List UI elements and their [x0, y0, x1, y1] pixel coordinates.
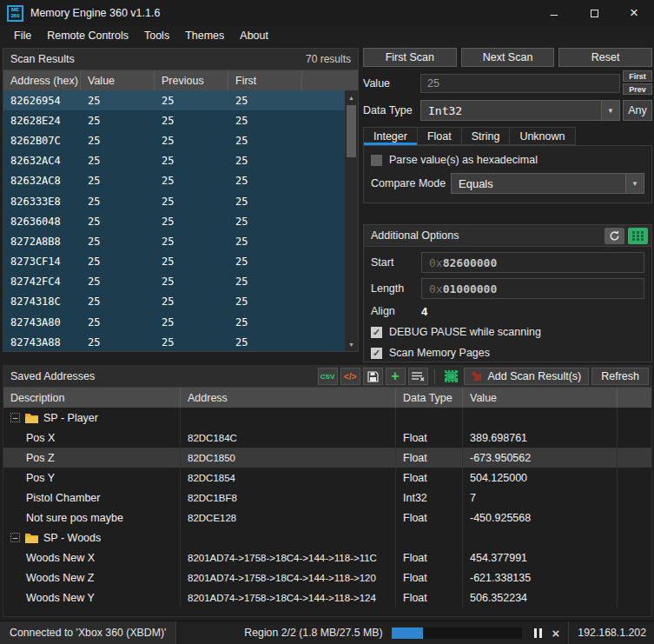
- scan-cell-address: 8273CF14: [3, 256, 81, 268]
- parse-hex-checkbox[interactable]: [371, 155, 382, 166]
- saved-entry-row[interactable]: Not sure pos maybe82DCE128Float-450.9255…: [3, 508, 651, 528]
- scan-cell-previous: 25: [155, 115, 228, 127]
- scan-result-row[interactable]: 82632AC4252525: [3, 151, 358, 171]
- value-label: Value: [363, 77, 420, 90]
- column-header-previous[interactable]: Previous: [155, 70, 228, 90]
- plus-icon: +: [391, 369, 399, 383]
- column-header-data-type[interactable]: Data Type: [396, 388, 463, 408]
- app-icon-text-bottom: 360: [10, 13, 19, 19]
- start-hex-prefix: 0x: [429, 256, 443, 269]
- column-header-address[interactable]: Address: [181, 388, 396, 408]
- start-input[interactable]: 0x82600000: [421, 252, 644, 273]
- value-input[interactable]: 25: [420, 74, 620, 93]
- tab-string[interactable]: String: [462, 127, 511, 145]
- menu-about[interactable]: About: [232, 30, 276, 42]
- column-header-first[interactable]: First: [228, 70, 302, 90]
- scan-result-row[interactable]: 82743A80252525: [3, 312, 358, 332]
- empty-cell: [618, 568, 651, 588]
- column-header-value[interactable]: Value: [463, 388, 618, 408]
- saved-entry-row[interactable]: Woods New Y8201AD74->1758->18C4->144->11…: [3, 588, 651, 607]
- prev-preset-button[interactable]: Prev: [623, 83, 652, 95]
- column-header-address[interactable]: Address (hex): [3, 70, 81, 90]
- collapse-expander-icon[interactable]: –: [10, 413, 20, 422]
- menu-bar: File Remote Controls Tools Themes About: [0, 26, 654, 45]
- saved-entry-row[interactable]: Pos X82DC184CFloat389.698761: [3, 428, 651, 448]
- debug-pause-checkbox[interactable]: ✓: [371, 327, 382, 338]
- scan-result-row[interactable]: 8273CF14252525: [3, 252, 358, 272]
- tab-float[interactable]: Float: [418, 127, 462, 145]
- scrollbar-thumb[interactable]: [347, 105, 356, 157]
- menu-themes[interactable]: Themes: [177, 30, 232, 42]
- scan-result-row[interactable]: 82742FC4252525: [3, 272, 358, 292]
- close-button[interactable]: ×: [614, 0, 654, 26]
- tab-unknown[interactable]: Unknown: [510, 127, 575, 145]
- first-scan-button[interactable]: First Scan: [363, 48, 457, 67]
- saved-entry-row[interactable]: Woods New Z8201AD74->1758->18C4->144->11…: [3, 568, 651, 588]
- scan-result-row[interactable]: 82628E24252525: [3, 110, 358, 130]
- saved-entry-row[interactable]: Pistol Chamber82DC1BF8Int327: [3, 488, 651, 508]
- reset-button[interactable]: Reset: [558, 48, 652, 67]
- column-header-description[interactable]: Description: [3, 388, 181, 408]
- memory-regions-button[interactable]: [628, 228, 648, 244]
- memory-chip-button[interactable]: [441, 368, 461, 385]
- scan-cell-previous: 25: [155, 216, 228, 228]
- scan-memory-pages-checkbox[interactable]: ✓: [371, 348, 382, 359]
- scan-results-scrollbar[interactable]: ▲ ▼: [345, 90, 358, 351]
- empty-cell: [618, 428, 651, 448]
- start-label: Start: [371, 256, 421, 269]
- scan-result-row[interactable]: 82636048252525: [3, 211, 358, 231]
- save-button[interactable]: [363, 368, 383, 385]
- saved-entry-row[interactable]: Pos Z82DC1850Float-673.950562: [3, 448, 651, 468]
- pause-button[interactable]: [532, 627, 544, 640]
- minimize-button[interactable]: –: [534, 0, 574, 26]
- csv-icon: CSV: [320, 373, 334, 381]
- tab-integer[interactable]: Integer: [363, 127, 418, 145]
- collapse-expander-icon[interactable]: –: [10, 533, 20, 542]
- length-input[interactable]: 0x01000000: [421, 278, 644, 299]
- data-type-cell: Float: [396, 588, 463, 607]
- saved-entry-row[interactable]: Pos Y82DC1854Float504.125000: [3, 468, 651, 488]
- value-cell: 504.125000: [463, 468, 618, 488]
- scrollbar-up-icon[interactable]: ▲: [345, 91, 358, 103]
- any-preset-button[interactable]: Any: [623, 100, 652, 121]
- pause-icon: [534, 628, 537, 638]
- refresh-range-button[interactable]: [604, 228, 624, 244]
- window-title: Memory Engine 360 v1.1.6: [30, 7, 160, 19]
- first-preset-button[interactable]: First: [623, 70, 652, 82]
- menu-file[interactable]: File: [6, 30, 39, 42]
- add-scan-results-button[interactable]: Add Scan Result(s): [464, 368, 590, 385]
- scan-result-row[interactable]: 82626954252525: [3, 90, 358, 110]
- scan-cell-first: 25: [228, 236, 302, 248]
- scan-result-row[interactable]: 8262B07C252525: [3, 130, 358, 150]
- export-csv-button[interactable]: CSV: [318, 368, 338, 385]
- refresh-button[interactable]: Refresh: [591, 368, 649, 385]
- scan-result-row[interactable]: 82743A88252525: [3, 332, 358, 351]
- saved-group-row[interactable]: –SP - Woods: [3, 528, 651, 548]
- scan-result-row[interactable]: 82632AC8252525: [3, 171, 358, 191]
- stop-button[interactable]: ×: [552, 627, 560, 640]
- memory-chip-icon: [444, 369, 459, 383]
- delete-entries-button[interactable]: [408, 368, 428, 385]
- scan-result-row[interactable]: 8274318C252525: [3, 292, 358, 312]
- menu-remote-controls[interactable]: Remote Controls: [39, 30, 136, 42]
- column-header-value[interactable]: Value: [81, 70, 155, 90]
- scan-result-row[interactable]: 826333E8252525: [3, 191, 358, 211]
- scrollbar-down-icon[interactable]: ▼: [345, 338, 358, 350]
- next-scan-button[interactable]: Next Scan: [461, 48, 555, 67]
- address-cell: [181, 408, 396, 428]
- add-address-button[interactable]: +: [386, 368, 406, 385]
- saved-entry-row[interactable]: Woods New X8201AD74->1758->18C4->144->11…: [3, 548, 651, 568]
- value-cell: 7: [463, 488, 618, 508]
- maximize-button[interactable]: [574, 0, 614, 26]
- integer-tab-content: Parse value(s) as hexadecimal Compare Mo…: [363, 145, 652, 203]
- scan-cell-first: 25: [228, 336, 302, 349]
- data-type-dropdown[interactable]: Int32 ▼: [420, 100, 620, 121]
- scan-cell-address: 82626954: [3, 95, 81, 107]
- edit-xml-button[interactable]: </>: [340, 368, 360, 385]
- scan-result-row[interactable]: 8272A8B8252525: [3, 231, 358, 251]
- menu-tools[interactable]: Tools: [136, 30, 177, 42]
- compare-mode-dropdown[interactable]: Equals ▼: [451, 173, 644, 194]
- scan-cell-previous: 25: [155, 295, 228, 308]
- scan-cell-value: 25: [81, 175, 155, 187]
- saved-group-row[interactable]: –SP - Player: [3, 408, 651, 428]
